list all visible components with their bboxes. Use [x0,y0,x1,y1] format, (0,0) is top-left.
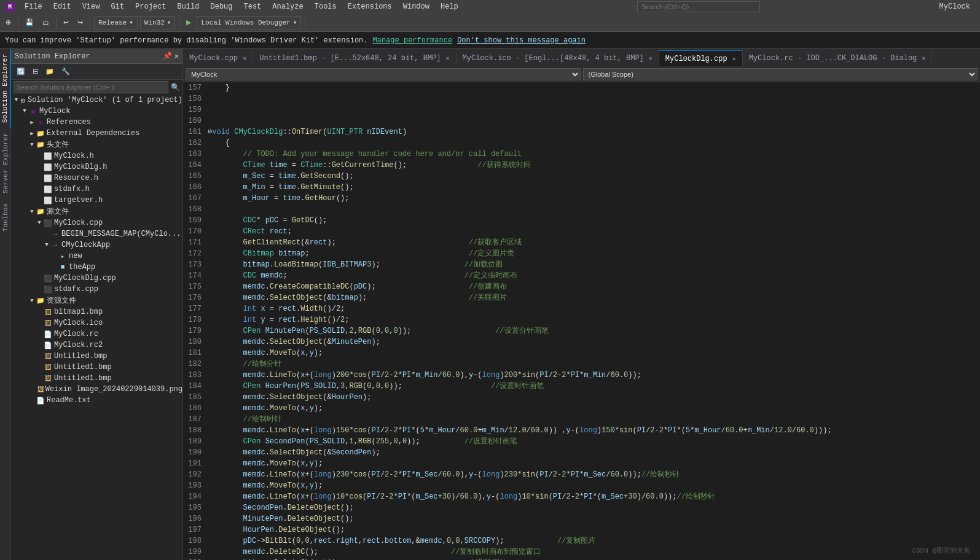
tab-myclockdlg-cpp-close[interactable]: ✕ [732,55,736,63]
tree-references[interactable]: ▶ ⊞ References [11,117,182,128]
se-props-btn[interactable]: 🔧 [58,65,73,79]
tree-stdafx-h[interactable]: ⬜ stdafx.h [11,184,182,195]
redo-btn[interactable]: ↪ [74,16,86,29]
dont-show-link[interactable]: Don't show this message again [457,36,586,45]
tree-begin-msg-map[interactable]: → BEGIN_MESSAGE_MAP(CMyClo... [11,228,182,239]
new-icon: ▸ [58,251,68,261]
tree-theapp[interactable]: ■ theApp [11,262,182,273]
debugger-dropdown[interactable]: Local Windows Debugger ▾ [197,16,301,29]
tree-myclock-rc2[interactable]: 📄 MyClock.rc2 [11,340,182,351]
tree-cmyclockapp[interactable]: ▼ → CMyClockApp [11,239,182,251]
menu-build[interactable]: Build [172,1,204,12]
code-line-194: 194 memdc.LineTo(x+(long)10*cos(PI/2-2*P… [183,491,980,502]
se-collapse-btn[interactable]: ⊟ [29,65,41,79]
tree-untitled1-bmp[interactable]: 🖼 Untitled1.bmp [11,362,182,373]
tree-readme[interactable]: 📄 ReadMe.txt [11,395,182,406]
tree-headers-folder[interactable]: ▼ 📁 头文件 [11,139,182,150]
myclock-h-icon: ⬜ [43,151,53,161]
stdafx-cpp-icon: ⬛ [43,284,53,294]
menu-window[interactable]: Window [398,1,434,12]
tab-myclock-rc-close[interactable]: ✕ [922,55,925,62]
tree-myclockdlg-cpp[interactable]: ⬛ MyClockDlg.cpp [11,273,182,284]
code-line-164: 164 CTime time = CTime::GetCurrentTime()… [183,160,980,171]
menu-file[interactable]: File [20,1,47,12]
se-toolbar: 🔃 ⊟ 📁 🔧 [11,64,182,80]
tree-solution[interactable]: ▼ ⊡ Solution 'MyClock' (1 of 1 project) [11,95,182,106]
myclock-rc-label: MyClock.rc [54,330,98,338]
toolbox-tab[interactable]: Toolbox [1,198,10,236]
tab-myclock-cpp-close[interactable]: ✕ [243,55,246,62]
menu-test[interactable]: Test [239,1,267,12]
code-line-190: 190 memdc.SelectObject(&SecondPen); [183,447,980,458]
tree-myclock-rc[interactable]: 📄 MyClock.rc [11,329,182,340]
menu-help[interactable]: Help [436,1,463,12]
tree-new[interactable]: ▸ new [11,251,182,262]
tree-untitled1-bmp2[interactable]: 🖼 Untitled1.bmp [11,373,182,384]
code-line-181: 181 memdc.MoveTo(x,y); [183,348,980,359]
tree-bitmap1-bmp[interactable]: 🖼 bitmap1.bmp [11,306,182,317]
se-close-icon[interactable]: ✕ [174,52,179,61]
new-project-btn[interactable]: ⊕ [2,16,14,29]
menu-view[interactable]: View [77,1,105,12]
code-line-171: 171 GetClientRect(&rect); //获取客户区域 [183,237,980,248]
tab-myclockdlg-cpp-label: MyClockDlg.cpp [665,55,727,63]
save-all-btn[interactable]: 🗂 [39,16,52,29]
tab-untitled1-bmp-close[interactable]: ✕ [446,55,450,62]
tab-myclockdlg-cpp[interactable]: MyClockDlg.cpp ✕ [659,50,743,66]
tab-untitled1-bmp[interactable]: Untitled1.bmp - [E...52x648, 24 bit, BMP… [253,50,456,66]
code-editor[interactable]: 157 } 158 159 160 161 ⊖void CMyClockDlg:… [183,82,980,560]
tree-targetver-h[interactable]: ⬜ targetver.h [11,195,182,206]
menu-extensions[interactable]: Extensions [343,1,397,12]
menu-debug[interactable]: Debug [205,1,237,12]
start-debug-btn[interactable]: ▶ [183,16,194,29]
tree-stdafx-cpp[interactable]: ⬛ stdafx.cpp [11,284,182,295]
menu-tools[interactable]: Tools [310,1,342,12]
se-refresh-btn[interactable]: 🔃 [14,65,28,79]
app-logo: M [5,2,15,12]
myclock-cpp-arrow: ▼ [36,220,43,226]
code-line-185: 185 memdc.SelectObject(&HourPen); [183,392,980,403]
menu-edit[interactable]: Edit [49,1,76,12]
tree-resource-h[interactable]: ⬜ Resource.h [11,173,182,184]
main-toolbar: ⊕ 💾 🗂 ↩ ↪ Release ▾ Win32 ▾ ▶ Local Wind… [0,14,980,32]
ln-157: 157 [183,82,208,93]
tree-myclockdlg-h[interactable]: ⬜ MyClockDlg.h [11,161,182,173]
code-line-176: 176 memdc.SelectObject(&bitmap); //关联图片 [183,292,980,303]
tree-myclock-h[interactable]: ⬜ MyClock.h [11,150,182,161]
configuration-dropdown[interactable]: Release ▾ [94,16,138,29]
solution-explorer-tab[interactable]: Solution Explorer [0,49,11,128]
se-search-input[interactable] [14,81,168,93]
tree-ext-deps[interactable]: ▶ 📁 External Dependencies [11,128,182,139]
new-label: new [69,252,82,260]
tree-myclock-cpp[interactable]: ▼ ⬛ MyClock.cpp [11,217,182,228]
global-search-input[interactable] [641,3,756,10]
tab-myclock-ico[interactable]: MyClock.ico - [Engl...[48x48, 4 bit, BMP… [457,50,659,66]
se-search-icon[interactable]: 🔍 [171,83,180,92]
server-explorer-tab[interactable]: Server Explorer [1,128,10,198]
untitled1-bmp-label: Untitled1.bmp [54,363,112,371]
tree-untitled-bmp[interactable]: 🖼 Untitled.bmp [11,351,182,362]
tree-sources-folder[interactable]: ▼ 📁 源文件 [11,206,182,217]
scope-dropdown[interactable]: MyClock [186,68,581,80]
tree-project[interactable]: ▼ ▣ MyClock [11,106,182,117]
save-btn[interactable]: 💾 [22,16,37,29]
tree-myclock-ico[interactable]: 🖼 MyClock.ico [11,317,182,329]
platform-dropdown[interactable]: Win32 ▾ [140,16,176,29]
code-line-180: 180 memdc.SelectObject(&MinutePen); [183,336,980,348]
tab-myclock-ico-close[interactable]: ✕ [649,55,653,62]
menu-project[interactable]: Project [130,1,171,12]
manage-performance-link[interactable]: Manage performance [373,36,453,45]
se-show-files-btn[interactable]: 📁 [42,65,57,79]
readme-icon: 📄 [36,395,45,405]
tab-myclock-rc[interactable]: MyClock.rc - IDD_...CK_DIALOG - Dialog ✕ [743,50,933,66]
bitmap1-label: bitmap1.bmp [54,308,103,316]
menu-analyze[interactable]: Analyze [267,1,308,12]
menu-git[interactable]: Git [106,1,129,12]
tree-weixin-img[interactable]: 🖼 Weixin Image_20240229014039.png [11,384,182,395]
se-header: Solution Explorer 📌 ✕ [11,49,182,64]
undo-btn[interactable]: ↩ [60,16,72,29]
tab-myclock-cpp[interactable]: MyClock.cpp ✕ [183,50,253,66]
tree-resources-folder[interactable]: ▼ 📁 资源文件 [11,295,182,306]
se-pin-icon[interactable]: 📌 [163,52,172,61]
function-dropdown[interactable]: (Global Scope) [583,68,978,80]
